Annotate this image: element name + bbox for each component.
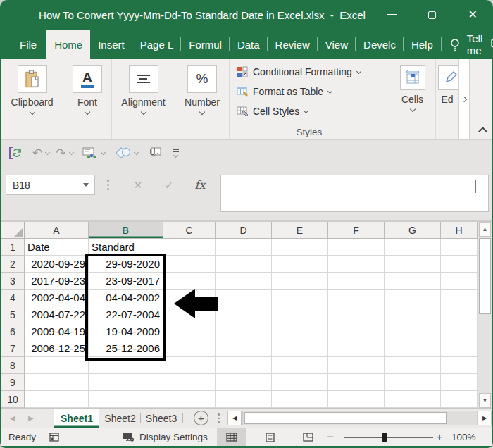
cell-C7[interactable] xyxy=(163,340,216,357)
tab-insert[interactable]: Insert xyxy=(90,30,132,59)
cell-D5[interactable] xyxy=(216,306,272,323)
redo-dropdown-icon[interactable] xyxy=(68,149,73,154)
zoom-slider-thumb[interactable] xyxy=(382,433,387,442)
horizontal-scroll-thumb[interactable] xyxy=(244,412,447,424)
attachment-button[interactable] xyxy=(149,140,163,166)
mail-merge-button[interactable] xyxy=(82,140,98,166)
cell-E9[interactable] xyxy=(272,374,328,391)
cell-E8[interactable] xyxy=(272,357,328,374)
paste-button[interactable] xyxy=(18,65,47,93)
cell-F1[interactable] xyxy=(328,239,385,256)
cell-D7[interactable] xyxy=(216,340,272,357)
cell-H7[interactable] xyxy=(441,340,478,357)
cell-A2[interactable]: 2020-09-29 xyxy=(25,256,89,273)
cell-A6[interactable]: 2009-04-19 xyxy=(25,323,89,340)
cell-A9[interactable] xyxy=(25,374,89,391)
font-group[interactable]: A Font xyxy=(63,59,112,139)
cell-A4[interactable]: 2002-04-04 xyxy=(25,290,89,306)
cells-button[interactable] xyxy=(400,65,425,90)
cell-D6[interactable] xyxy=(216,323,272,340)
name-box-dropdown[interactable] xyxy=(77,175,94,194)
cell-H6[interactable] xyxy=(441,323,478,340)
display-settings-label[interactable]: Display Settings xyxy=(139,428,208,446)
scroll-up-button[interactable]: ▲ xyxy=(479,222,491,237)
column-header-G[interactable]: G xyxy=(385,222,441,239)
cell-G10[interactable] xyxy=(385,391,441,408)
save-sync-icon-button[interactable] xyxy=(8,140,23,166)
cell-A7[interactable]: 2006-12-25 xyxy=(25,340,89,357)
cell-H5[interactable] xyxy=(441,306,478,323)
cell-D1[interactable] xyxy=(216,239,272,256)
redo-button[interactable]: ↷ xyxy=(56,140,65,166)
clipboard-group[interactable]: Clipboard xyxy=(1,59,63,139)
cell-B5[interactable]: 22-07-2004 xyxy=(89,306,163,323)
display-settings-icon[interactable] xyxy=(123,428,135,446)
zoom-level[interactable]: 100% xyxy=(451,428,476,446)
insert-function-button[interactable]: fx xyxy=(185,178,216,192)
tab-file[interactable]: File xyxy=(10,30,46,59)
cell-G8[interactable] xyxy=(385,357,441,374)
column-header-B[interactable]: B xyxy=(89,222,163,239)
number-chevron-icon[interactable] xyxy=(199,109,205,115)
alignment-group[interactable]: Alignment xyxy=(112,59,175,139)
maximize-button[interactable] xyxy=(412,0,452,30)
cell-A1[interactable]: Date xyxy=(25,239,89,256)
tab-home[interactable]: Home xyxy=(46,30,90,59)
zoom-slider-track[interactable] xyxy=(344,437,433,438)
cell-F3[interactable] xyxy=(328,273,385,290)
font-button[interactable]: A xyxy=(73,65,102,93)
cell-H4[interactable] xyxy=(441,290,478,306)
tab-view[interactable]: View xyxy=(318,30,356,59)
cell-E5[interactable] xyxy=(272,306,328,323)
cell-F5[interactable] xyxy=(328,306,385,323)
cell-E3[interactable] xyxy=(272,273,328,290)
number-group[interactable]: % Number xyxy=(175,59,230,139)
cell-D8[interactable] xyxy=(216,357,272,374)
tab-help[interactable]: Help xyxy=(404,30,441,59)
vertical-scroll-thumb[interactable] xyxy=(479,238,491,314)
row-header-9[interactable]: 9 xyxy=(1,374,25,391)
cell-A10[interactable] xyxy=(25,391,89,408)
cell-G7[interactable] xyxy=(385,340,441,357)
sheet-tab-sheet2[interactable]: Sheet2 xyxy=(101,409,139,428)
cell-F4[interactable] xyxy=(328,290,385,306)
collapse-ribbon-button[interactable] xyxy=(478,128,487,135)
cell-C1[interactable] xyxy=(163,239,216,256)
enter-button[interactable]: ✓ xyxy=(154,179,185,192)
cell-D9[interactable] xyxy=(216,374,272,391)
minimize-button[interactable] xyxy=(372,0,412,30)
clipboard-chevron-icon[interactable] xyxy=(29,109,35,115)
cancel-button[interactable]: ✕ xyxy=(123,179,154,192)
column-header-F[interactable]: F xyxy=(328,222,385,239)
select-all-corner[interactable] xyxy=(1,222,25,239)
close-button[interactable]: ✕ xyxy=(453,0,493,30)
formula-bar-handle[interactable] xyxy=(107,180,109,190)
name-box[interactable]: B18 xyxy=(6,175,95,195)
cell-B1[interactable]: Standard xyxy=(89,239,163,256)
tabbar-handle[interactable] xyxy=(218,413,220,423)
column-header-A[interactable]: A xyxy=(25,222,89,239)
view-page-break-button[interactable] xyxy=(293,428,323,446)
shapes-dropdown-icon[interactable] xyxy=(133,149,138,154)
cell-B4[interactable]: 04-04-2002 xyxy=(89,290,163,306)
cell-F9[interactable] xyxy=(328,374,385,391)
column-header-E[interactable]: E xyxy=(272,222,328,239)
tab-review[interactable]: Review xyxy=(268,30,318,59)
ribbon-scroll-right-button[interactable] xyxy=(458,59,470,139)
mail-merge-dropdown-icon[interactable] xyxy=(100,149,105,154)
number-button[interactable]: % xyxy=(187,65,217,93)
cell-H3[interactable] xyxy=(441,273,478,290)
row-header-3[interactable]: 3 xyxy=(1,273,25,290)
cell-C10[interactable] xyxy=(163,391,216,408)
format-as-table-button[interactable]: Format as Table xyxy=(230,82,389,101)
cell-H10[interactable] xyxy=(441,391,478,408)
cell-A5[interactable]: 2004-07-22 xyxy=(25,306,89,323)
view-page-layout-button[interactable] xyxy=(255,428,285,446)
zoom-in-button[interactable]: + xyxy=(436,428,443,446)
scroll-down-button[interactable]: ▼ xyxy=(479,393,491,408)
cell-A3[interactable]: 2017-09-23 xyxy=(25,273,89,290)
cell-B7[interactable]: 25-12-2006 xyxy=(89,340,163,357)
cell-C3[interactable] xyxy=(163,273,216,290)
cells-group[interactable]: Cells xyxy=(389,59,436,139)
zoom-out-button[interactable]: − xyxy=(327,428,334,446)
